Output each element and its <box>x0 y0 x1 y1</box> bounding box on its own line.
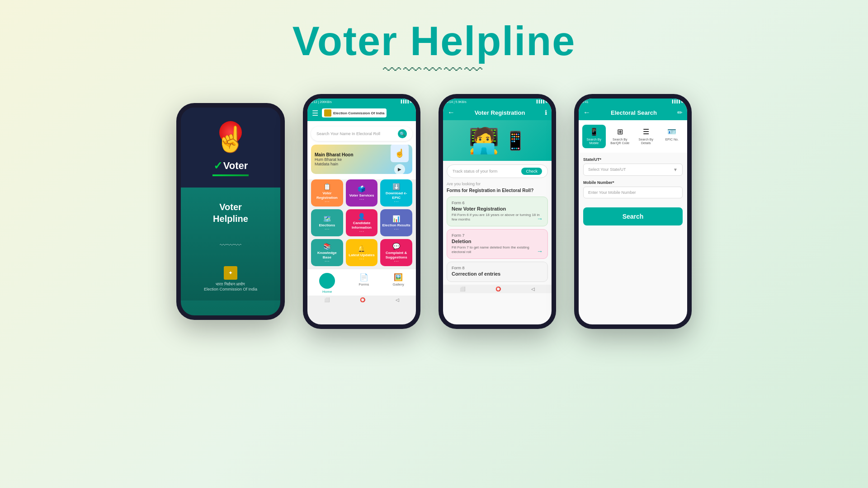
person-icon: 🧑‍💻 <box>468 126 500 155</box>
phone-4-header: ← Electoral Search ✏ <box>579 105 687 120</box>
menu-label-candidate: Candidate Information <box>348 221 376 230</box>
phone-2-screen: 6:12 | 206KB/s ▐▐▐▐ ◉ ☰ Election Commiss… <box>307 99 416 324</box>
eci-badge: Election Commission Of India <box>322 108 387 117</box>
info-icon[interactable]: ℹ <box>545 109 547 116</box>
nav-home[interactable]: ⌂ Home <box>319 273 335 294</box>
electoral-search-tabs: 📱 Search By Mobile ⊞ Search By Bar/QR Co… <box>579 120 687 153</box>
tab-mobile-label: Search By Mobile <box>584 138 604 145</box>
android-nav: ⬜ ⭕ ◁ <box>307 296 416 304</box>
voter-logo: ✓ Voter <box>213 160 248 172</box>
mobile-input[interactable]: Enter Your Mobile Number <box>583 187 683 198</box>
green-underline <box>212 174 249 176</box>
form-6-title: New Voter Registration <box>452 206 543 211</box>
form-8-number: Form 8 <box>452 266 543 270</box>
check-button[interactable]: Check <box>521 168 542 175</box>
menu-complaint-suggestions[interactable]: 💬 Complaint & Suggestions • • • <box>380 239 412 266</box>
play-button[interactable]: ▶ <box>394 164 405 174</box>
elections-icon: 🗺️ <box>323 215 331 222</box>
phone-3-header: ← Voter Registration ℹ <box>443 105 552 120</box>
mobile-field: Mobile Number* Enter Your Mobile Number <box>583 180 683 198</box>
search-placeholder: Search Your Name In Electoral Roll <box>316 131 380 136</box>
menu-label-results: Election Results <box>382 223 410 228</box>
form-6-card[interactable]: Form 6 New Voter Registration Fill Form … <box>447 197 548 226</box>
menu-latest-updates[interactable]: 🔔 Latest Updates • • • <box>346 239 378 266</box>
voter-reg-title: Voter Registration <box>458 109 541 116</box>
knowledge-icon: 📚 <box>323 243 331 250</box>
menu-label-voter-services: Voter Services <box>349 193 374 198</box>
hamburger-icon[interactable]: ☰ <box>312 109 318 117</box>
menu-download-epic[interactable]: ⬇️ Download e-EPIC • • • <box>380 179 412 206</box>
looking-for-text: Are you looking for <box>443 182 552 186</box>
mobile-device-icon: 📱 <box>504 130 527 151</box>
voter-reg-icon: 📋 <box>323 183 331 190</box>
menu-candidate-info[interactable]: 👤 Candidate Information • • • <box>346 209 378 236</box>
qr-search-icon: ⊞ <box>617 127 623 136</box>
menu-label-elections: Elections <box>319 223 335 228</box>
android-square-btn-3[interactable]: ⬜ <box>460 286 465 291</box>
menu-label-voter-reg: Voter Registration <box>313 191 341 200</box>
form-7-arrow-icon: → <box>537 248 543 255</box>
android-circle-btn-3[interactable]: ⭕ <box>495 286 501 291</box>
download-icon: ⬇️ <box>392 183 400 190</box>
back-arrow-icon-4[interactable]: ← <box>583 108 590 117</box>
state-dropdown[interactable]: Select Your State/UT ▼ <box>583 164 683 176</box>
mobile-label: Mobile Number* <box>583 180 683 185</box>
form-6-desc: Fill Form 6 if you are 18 years or above… <box>452 213 543 222</box>
tab-search-qr[interactable]: ⊞ Search By Bar/QR Code <box>609 125 632 148</box>
form-7-card[interactable]: Form 7 Deletion Fill Form 7 to get name … <box>447 229 548 259</box>
back-arrow-icon[interactable]: ← <box>448 108 455 117</box>
eci-hindi-text: भारत निर्वाचन आयोग <box>204 282 257 287</box>
search-bar[interactable]: Search Your Name In Electoral Roll 🔍 <box>311 127 412 141</box>
menu-voter-services[interactable]: 🗳️ Voter Services • • • <box>346 179 378 206</box>
tab-details-label: Search By Details <box>636 138 656 145</box>
android-back-btn-3[interactable]: ◁ <box>531 286 535 291</box>
tab-epic-label: EPIC No. <box>665 138 679 141</box>
form-8-card[interactable]: Form 8 Correction of entries <box>447 262 548 282</box>
android-square-btn[interactable]: ⬜ <box>324 297 330 302</box>
registration-banner: 🧑‍💻 📱 <box>443 120 552 161</box>
search-button-electoral[interactable]: Search <box>583 207 683 225</box>
menu-election-results[interactable]: 📊 Election Results • • • <box>380 209 412 236</box>
phone-1-screen: ☝ ✓ Voter Voter Helpline 〰〰〰 ✦ भारत निर्… <box>181 108 280 315</box>
menu-label-download: Download e-EPIC <box>382 191 410 200</box>
phone-1-bottom: Voter Helpline 〰〰〰 ✦ भारत निर्वाचन आयोग … <box>181 188 280 300</box>
menu-elections[interactable]: 🗺️ Elections • • • <box>311 209 343 236</box>
form-7-number: Form 7 <box>452 233 543 238</box>
promo-banner: Main Bharat Hoon Hum Bharat ke Matdata h… <box>311 145 412 174</box>
phone-4-electoral-search: 9:41 ▐▐▐▐ ◉ ← Electoral Search ✏ 📱 Searc… <box>574 94 692 329</box>
nav-forms[interactable]: 📄 Forms <box>359 273 369 294</box>
form-6-number: Form 6 <box>452 201 543 205</box>
voter-text: Voter <box>223 160 248 172</box>
form-8-title: Correction of entries <box>452 271 543 277</box>
complaint-icon: 💬 <box>392 243 400 250</box>
phone-2-main-menu: 6:12 | 206KB/s ▐▐▐▐ ◉ ☰ Election Commiss… <box>303 94 420 329</box>
edit-icon[interactable]: ✏ <box>677 109 683 116</box>
tab-search-details[interactable]: ☰ Search By Details <box>634 125 658 148</box>
phone1-swirl: 〰〰〰 <box>220 241 241 249</box>
voter-helpline-title: Voter Helpline <box>213 201 248 225</box>
bottom-navigation: ⌂ Home 📄 Forms 🖼️ Gallery <box>307 269 416 296</box>
eci-english-text: Election Commission Of India <box>204 287 257 291</box>
tab-search-mobile[interactable]: 📱 Search By Mobile <box>582 125 606 148</box>
menu-knowledge-base[interactable]: 📚 Knowledge Base • • • <box>311 239 343 266</box>
nav-gallery[interactable]: 🖼️ Gallery <box>392 273 404 294</box>
mobile-search-icon: 📱 <box>590 127 599 136</box>
forms-icon: 📄 <box>359 273 368 282</box>
search-button[interactable]: 🔍 <box>398 129 407 138</box>
phone-2-header: ☰ Election Commission Of India <box>307 105 416 121</box>
phone-4-screen: 9:41 ▐▐▐▐ ◉ ← Electoral Search ✏ 📱 Searc… <box>579 99 687 324</box>
dropdown-arrow-icon: ▼ <box>673 167 678 172</box>
android-back-btn[interactable]: ◁ <box>396 297 399 302</box>
track-form-bar[interactable]: Track status of your form Check <box>447 164 548 178</box>
form-7-title: Deletion <box>452 239 543 244</box>
page-header: Voter Helpline 〰〰〰〰〰 <box>292 18 576 80</box>
tab-search-epic[interactable]: 🪪 EPIC No. <box>660 125 684 148</box>
banner-subtitle2: Matdata hain <box>315 162 354 166</box>
voter-services-icon: 🗳️ <box>358 185 365 192</box>
menu-label-knowledge: Knowledge Base <box>313 251 341 259</box>
check-icon: ✓ <box>213 160 222 172</box>
state-field: State/UT* Select Your State/UT ▼ <box>583 157 683 176</box>
menu-voter-registration[interactable]: 📋 Voter Registration • • • <box>311 179 343 206</box>
android-circle-btn[interactable]: ⭕ <box>360 297 365 302</box>
page-title: Voter Helpline <box>292 18 576 65</box>
